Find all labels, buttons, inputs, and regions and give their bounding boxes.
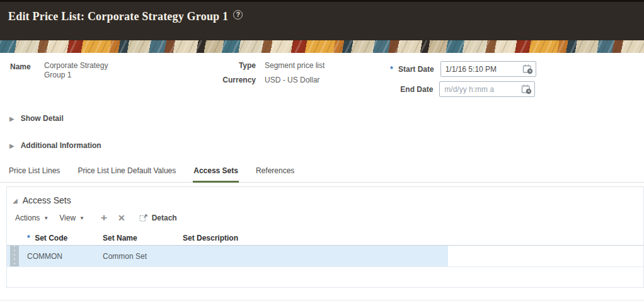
access-sets-section-toggle[interactable]: ◢ Access Sets: [7, 187, 643, 205]
column-header-set-description[interactable]: Set Description: [183, 232, 643, 243]
cell-set-name: Common Set: [103, 252, 183, 261]
column-header-set-code[interactable]: * Set Code: [19, 232, 103, 243]
tab-bar: Price List Lines Price List Line Default…: [0, 165, 644, 183]
column-header-set-name[interactable]: Set Name: [103, 232, 183, 243]
start-date-label: Start Date: [395, 65, 434, 74]
detach-label: Detach: [152, 214, 177, 222]
tab-price-list-lines[interactable]: Price List Lines: [8, 165, 60, 183]
show-detail-label: Show Detail: [21, 114, 64, 123]
set-code-required-marker: *: [27, 234, 30, 242]
start-date-required-marker: *: [390, 65, 393, 74]
end-date-picker-icon[interactable]: [521, 84, 532, 94]
chevron-down-icon: ▼: [79, 215, 84, 221]
bottom-divider: [0, 300, 644, 300]
end-date-label: End Date: [394, 85, 433, 94]
access-sets-panel: ◢ Access Sets Actions ▼ View ▼ + ✕ Detac…: [6, 186, 644, 288]
summary-form: Name Corporate Strategy Group 1 Type Seg…: [0, 53, 644, 101]
row-selector-header-cell: [10, 229, 19, 245]
chevron-down-icon: ▼: [43, 215, 49, 221]
actions-menu-label: Actions: [15, 214, 40, 222]
type-label: Type: [218, 61, 256, 70]
currency-label: Currency: [218, 76, 256, 84]
table-header-row: * Set Code Set Name Set Description: [7, 229, 643, 246]
detach-button[interactable]: Detach: [139, 214, 177, 222]
expanded-arrow-icon: ◢: [13, 197, 18, 204]
view-menu-label: View: [59, 214, 76, 222]
page-title: Edit Price List: Corporate Strategy Grou…: [8, 10, 228, 23]
start-date-input[interactable]: [446, 65, 522, 74]
help-icon[interactable]: ?: [233, 10, 243, 20]
show-detail-toggle[interactable]: ▶ Show Detail: [0, 114, 644, 123]
end-date-input[interactable]: [444, 85, 521, 94]
type-currency-group: Type Segment price list Currency USD - U…: [218, 61, 366, 101]
decorative-banner: [0, 40, 644, 53]
collapsed-arrow-icon: ▶: [9, 115, 14, 122]
dates-group: * Start Date End Date: [390, 61, 536, 101]
start-date-fieldbox: [440, 61, 536, 77]
table-row-wrap: COMMON Common Set: [7, 246, 643, 267]
type-value: Segment price list: [265, 61, 325, 70]
view-menu-button[interactable]: View ▼: [59, 214, 84, 222]
add-row-button[interactable]: +: [101, 214, 107, 222]
access-sets-title: Access Sets: [23, 195, 71, 205]
collapsed-arrow-icon: ▶: [9, 142, 14, 149]
detach-icon: [139, 214, 148, 222]
name-field-group: Name Corporate Strategy Group 1: [10, 61, 218, 101]
additional-information-label: Additional Information: [21, 141, 101, 150]
access-sets-toolbar: Actions ▼ View ▼ + ✕ Detach: [7, 214, 643, 222]
end-date-fieldbox: [439, 81, 535, 97]
page-header: Edit Price List: Corporate Strategy Grou…: [0, 0, 644, 40]
name-value: Corporate Strategy Group 1: [44, 61, 123, 101]
cell-set-code: COMMON: [19, 252, 103, 261]
additional-information-toggle[interactable]: ▶ Additional Information: [0, 141, 644, 150]
name-label: Name: [10, 61, 35, 101]
table-row[interactable]: COMMON Common Set: [7, 246, 448, 266]
tab-price-list-line-default-values[interactable]: Price List Line Default Values: [77, 165, 176, 183]
currency-value: USD - US Dollar: [265, 76, 319, 84]
tab-access-sets[interactable]: Access Sets: [193, 165, 239, 183]
start-date-picker-icon[interactable]: [522, 64, 533, 74]
access-sets-table: * Set Code Set Name Set Description COMM…: [7, 229, 643, 267]
row-selector-handle[interactable]: [10, 246, 19, 266]
delete-row-button[interactable]: ✕: [118, 214, 125, 222]
end-date-spacer: [390, 85, 392, 94]
actions-menu-button[interactable]: Actions ▼: [15, 214, 49, 222]
tab-references[interactable]: References: [255, 165, 295, 183]
